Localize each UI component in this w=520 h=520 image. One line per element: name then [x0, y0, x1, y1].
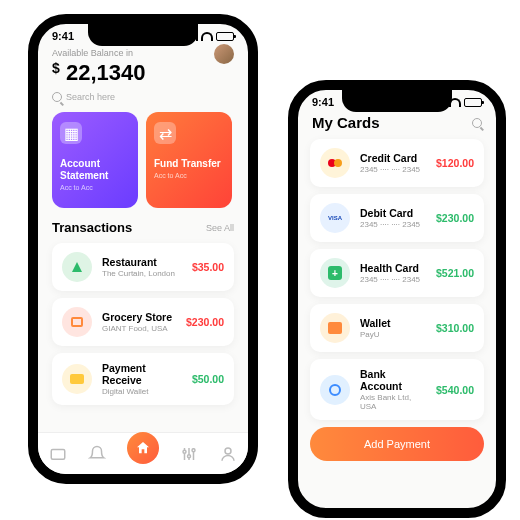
status-time: 9:41 — [312, 96, 334, 108]
notch — [88, 24, 198, 46]
account-statement-card[interactable]: ▦ Account Statement Acc to Acc — [52, 112, 138, 208]
page-title: My Cards — [312, 114, 380, 131]
grocery-icon — [62, 307, 92, 337]
nav-profile-icon[interactable] — [219, 445, 237, 463]
transaction-row[interactable]: RestaurantThe Curtain, London $35.00 — [52, 243, 234, 291]
status-time: 9:41 — [52, 30, 74, 42]
transaction-row[interactable]: Grocery StoreGIANT Food, USA $230.00 — [52, 298, 234, 346]
svg-point-1 — [183, 450, 186, 453]
mycards-screen: 9:41 My Cards Credit Card2345 ···· ···· … — [288, 80, 506, 518]
svg-rect-0 — [51, 449, 65, 459]
nav-settings-icon[interactable] — [180, 445, 198, 463]
transaction-row[interactable]: Payment ReceiveDigital Wallet $50.00 — [52, 353, 234, 405]
card-amount: $120.00 — [436, 157, 474, 169]
action-cards: ▦ Account Statement Acc to Acc ⇄ Fund Tr… — [52, 112, 234, 208]
svg-point-3 — [192, 448, 195, 451]
card-row[interactable]: Bank AccountAxis Bank Ltd, USA $540.00 — [310, 359, 484, 420]
card-amount: $310.00 — [436, 322, 474, 334]
transaction-amount: $230.00 — [186, 316, 224, 328]
transactions-header: Transactions See All — [52, 220, 234, 235]
nav-wallet-icon[interactable] — [49, 445, 67, 463]
search-placeholder: Search here — [66, 92, 115, 102]
card-amount: $540.00 — [436, 384, 474, 396]
battery-icon — [216, 32, 234, 41]
notch — [342, 90, 452, 112]
wifi-icon — [201, 32, 213, 41]
wallet-icon — [320, 313, 350, 343]
card-row[interactable]: WalletPayU $310.00 — [310, 304, 484, 352]
search-input[interactable]: Search here — [52, 92, 234, 102]
debit-card-icon: VISA — [320, 203, 350, 233]
statement-icon: ▦ — [60, 122, 82, 144]
see-all-link[interactable]: See All — [206, 223, 234, 233]
credit-card-icon — [320, 148, 350, 178]
card-row[interactable]: VISA Debit Card2345 ···· ···· 2345 $230.… — [310, 194, 484, 242]
svg-point-4 — [225, 448, 231, 454]
transaction-amount: $35.00 — [192, 261, 224, 273]
avatar[interactable] — [214, 44, 234, 64]
bank-icon — [320, 375, 350, 405]
card-amount: $521.00 — [436, 267, 474, 279]
card-amount: $230.00 — [436, 212, 474, 224]
navbar — [38, 432, 248, 474]
home-screen: 9:41 Available Balance in $ 22,1340 Sear… — [28, 14, 258, 484]
card-row[interactable]: + Health Card2345 ···· ···· 2345 $521.00 — [310, 249, 484, 297]
fund-transfer-card[interactable]: ⇄ Fund Transfer Acc to Acc — [146, 112, 232, 208]
nav-home-icon[interactable] — [127, 432, 159, 464]
battery-icon — [464, 98, 482, 107]
search-icon[interactable] — [472, 118, 482, 128]
payment-icon — [62, 364, 92, 394]
nav-bell-icon[interactable] — [88, 445, 106, 463]
balance-value: $ 22,1340 — [52, 60, 234, 86]
transfer-icon: ⇄ — [154, 122, 176, 144]
health-card-icon: + — [320, 258, 350, 288]
svg-point-2 — [188, 454, 191, 457]
add-payment-button[interactable]: Add Payment — [310, 427, 484, 461]
card-row[interactable]: Credit Card2345 ···· ···· 2345 $120.00 — [310, 139, 484, 187]
transaction-amount: $50.00 — [192, 373, 224, 385]
restaurant-icon — [62, 252, 92, 282]
search-icon — [52, 92, 62, 102]
available-label: Available Balance in — [52, 48, 234, 58]
